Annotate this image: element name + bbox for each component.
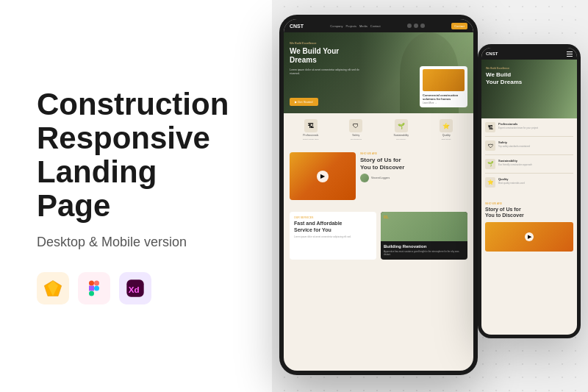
desktop-social-icons — [407, 24, 425, 28]
desktop-story-title: Story of Us forYou to Discover — [360, 157, 467, 171]
mobile-feature-desc-sustainability: Eco friendly construction approach — [498, 163, 532, 166]
desktop-bottom-section: OUR SERVICES Fast and AffordableService … — [284, 206, 473, 265]
desktop-hero: We Build Excellence We Build YourDreams … — [284, 32, 473, 113]
social-icon-1 — [407, 24, 412, 28]
feature-desc-quality: Best quality — [442, 138, 451, 140]
feature-desc-sustainability: Eco-friendly — [396, 138, 406, 140]
desktop-story-label: WHO WE ARE — [360, 152, 467, 155]
main-title: Construction Responsive Landing Page — [37, 88, 235, 224]
desktop-feature-safety: 🛡 Safety Top standards — [335, 119, 378, 140]
svg-rect-5 — [89, 286, 94, 291]
social-icon-3 — [420, 24, 425, 28]
desktop-logo: CNST — [290, 24, 304, 29]
mobile-feature-desc-safety: Top safety standards maintained — [498, 145, 530, 148]
mobile-story-title: Story of Us forYou to Discover — [485, 207, 573, 219]
mobile-feature-title-sustainability: Sustainability — [498, 159, 532, 163]
mobile-feature-content-sustainability: Sustainability Eco friendly construction… — [498, 159, 532, 166]
svg-point-6 — [94, 286, 99, 291]
desktop-hero-card: Commercial construction solutions for ho… — [420, 66, 467, 107]
feature-icon-sustainability: 🌱 — [395, 119, 408, 132]
desktop-play-button: ▶ — [317, 171, 329, 182]
desktop-service-desc: Lorem ipsum dolor sit amet consectetur a… — [294, 235, 372, 238]
mobile-feature-quality: ⭐ Quality Best quality materials used — [485, 177, 573, 191]
feature-label-quality: Quality — [442, 134, 451, 137]
right-area: CNST Company Projects Media Contact Cont… — [272, 0, 588, 392]
desktop-renovation-desc: Apprentice has must sustain a good heigh… — [384, 250, 465, 256]
mobile-feature-icon-safety: 🛡 — [485, 140, 495, 151]
desktop-feature-sustainability: 🌱 Sustainability Eco-friendly — [380, 119, 423, 140]
mobile-feature-title-professionals: Professionals — [498, 122, 538, 126]
desktop-mockup: CNST Company Projects Media Contact Cont… — [279, 15, 478, 375]
feature-desc-safety: Top standards — [350, 138, 362, 140]
mobile-screen: CNST We Build Excellence We BuildYour Dr… — [481, 48, 577, 335]
desktop-hero-cta: ▶ Get Started — [290, 98, 318, 106]
mobile-story: WHO WE ARE Story of Us forYou to Discove… — [481, 199, 577, 255]
feature-icon-quality: ⭐ — [440, 119, 453, 132]
desktop-nav-cta: Contact — [451, 23, 467, 29]
mobile-play-btn: ▶ — [525, 232, 534, 241]
feature-label-sustainability: Sustainability — [393, 134, 409, 137]
desktop-nav-projects: Projects — [345, 24, 356, 28]
mobile-navbar: CNST — [481, 48, 577, 60]
desktop-avatar-name: Vincent Loggers — [371, 177, 390, 179]
desktop-hero-card-img — [423, 69, 465, 91]
mobile-feature-desc-professionals: Expert construction team for your projec… — [498, 126, 538, 129]
mobile-hero-label: We Build Excellence — [486, 67, 522, 70]
feature-icon-safety: 🛡 — [349, 119, 362, 132]
mobile-features: 🏗 Professionals Expert construction team… — [481, 118, 577, 199]
mobile-feature-desc-quality: Best quality materials used — [498, 182, 525, 185]
desktop-nav-links: Company Projects Media Contact — [330, 24, 380, 28]
mobile-story-label: WHO WE ARE — [485, 202, 573, 205]
desktop-renovation-content: Building Renovation Apprentice has must … — [381, 241, 467, 259]
mobile-logo: CNST — [486, 51, 498, 56]
mobile-feature-safety: 🛡 Safety Top safety standards maintained — [485, 140, 573, 155]
desktop-feature-professionals: 🏗 Professionals Expert builder team — [290, 119, 332, 140]
svg-rect-7 — [89, 291, 94, 296]
mobile-story-image: ▶ — [485, 222, 573, 252]
mobile-feature-sustainability: 🌱 Sustainability Eco friendly constructi… — [485, 159, 573, 174]
subtitle: Desktop & Mobile version — [37, 235, 235, 250]
mobile-feature-professionals: 🏗 Professionals Expert construction team… — [485, 122, 573, 137]
mobile-feature-title-quality: Quality — [498, 177, 525, 181]
desktop-service-card: OUR SERVICES Fast and AffordableService … — [290, 212, 376, 259]
desktop-feature-quality: ⭐ Quality Best quality — [426, 119, 468, 140]
desktop-features-grid: 🏗 Professionals Expert builder team 🛡 Sa… — [290, 119, 467, 140]
mobile-feature-icon-professionals: 🏗 — [485, 122, 495, 132]
svg-text:Xd: Xd — [129, 285, 140, 294]
tool-icons: Xd — [37, 272, 235, 304]
desktop-renovation-img: 01. — [381, 212, 467, 241]
desktop-features: 🏗 Professionals Expert builder team 🛡 Sa… — [284, 113, 473, 146]
svg-rect-4 — [94, 281, 99, 286]
desktop-story-image: ▶ — [290, 152, 356, 200]
desktop-screen: CNST Company Projects Media Contact Cont… — [284, 19, 473, 371]
svg-rect-3 — [89, 281, 94, 286]
desktop-avatar-circle — [360, 174, 369, 182]
mobile-feature-content-quality: Quality Best quality materials used — [498, 177, 525, 185]
mobile-feature-icon-sustainability: 🌱 — [485, 159, 495, 169]
mobile-feature-title-safety: Safety — [498, 140, 530, 144]
sketch-icon-container — [37, 272, 69, 304]
desktop-story-avatar: Vincent Loggers — [360, 174, 467, 182]
mobile-hero-title: We BuildYour Dreams — [486, 71, 522, 85]
mobile-hero: We Build Excellence We BuildYour Dreams — [481, 60, 577, 118]
desktop-hero-desc: Lorem ipsum dolor sit amet consectetur a… — [290, 68, 363, 76]
social-icon-2 — [414, 24, 418, 28]
xd-icon-container: Xd — [119, 272, 151, 304]
desktop-service-label: OUR SERVICES — [294, 216, 372, 219]
desktop-navbar: CNST Company Projects Media Contact Cont… — [284, 19, 473, 32]
figma-icon — [84, 278, 104, 299]
desktop-hero-label: We Build Excellence — [290, 41, 363, 45]
desktop-renovation-title: Building Renovation — [384, 244, 465, 249]
mobile-mockup: CNST We Build Excellence We BuildYour Dr… — [478, 44, 581, 338]
mobile-feature-content-safety: Safety Top safety standards maintained — [498, 140, 530, 148]
mobile-hero-text: We Build Excellence We BuildYour Dreams — [486, 67, 522, 85]
mobile-feature-content-professionals: Professionals Expert construction team f… — [498, 122, 538, 129]
sketch-icon — [43, 278, 63, 299]
mobile-hamburger-icon — [567, 51, 573, 57]
desktop-nav-company: Company — [330, 24, 343, 28]
desktop-story-content: WHO WE ARE Story of Us forYou to Discove… — [360, 152, 467, 182]
xd-icon: Xd — [125, 278, 146, 299]
desktop-hero-text: We Build Excellence We Build YourDreams … — [290, 41, 363, 76]
feature-desc-professionals: Expert builder team — [303, 138, 319, 140]
desktop-hero-card-text: Learn More → — [423, 101, 465, 104]
